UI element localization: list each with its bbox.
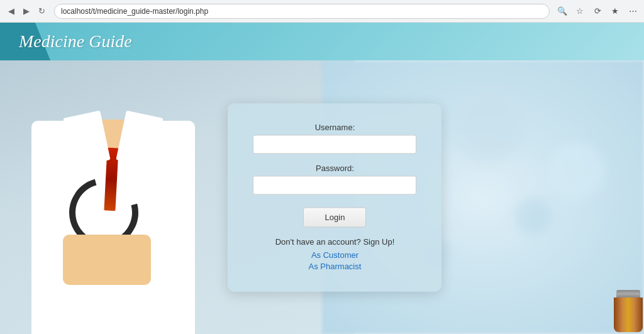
page-content: Medicine Guide: [0, 23, 644, 334]
main-area: Username: Password: Login Don't have an …: [0, 60, 644, 334]
password-group: Password:: [253, 163, 416, 194]
bookmark-icon[interactable]: ★: [609, 5, 621, 18]
header-bar: Medicine Guide: [0, 23, 644, 60]
nav-buttons: ◀ ▶ ↻: [5, 5, 48, 18]
username-input[interactable]: [253, 135, 416, 153]
bokeh-3: [515, 198, 553, 235]
signup-prompt: Don't have an account? Sign Up!: [253, 237, 416, 246]
bokeh-2: [451, 88, 526, 164]
password-input[interactable]: [253, 175, 416, 194]
refresh-button[interactable]: ↻: [35, 5, 48, 18]
username-group: Username:: [253, 122, 416, 153]
bottle-body: [614, 298, 643, 332]
search-icon[interactable]: 🔍: [556, 5, 569, 18]
forward-button[interactable]: ▶: [20, 5, 33, 18]
signup-customer-link[interactable]: As Customer: [253, 250, 416, 259]
signup-pharmacist-link[interactable]: As Pharmacist: [253, 261, 416, 270]
app-logo: Medicine Guide: [19, 31, 132, 52]
browser-actions: 🔍 ☆ ⟳ ★ ⋯: [556, 5, 639, 18]
password-label: Password:: [253, 163, 416, 172]
login-card: Username: Password: Login Don't have an …: [228, 103, 441, 291]
history-icon[interactable]: ⟳: [591, 5, 604, 18]
doctor-hands: [63, 235, 151, 285]
star-icon[interactable]: ☆: [574, 5, 586, 18]
login-button[interactable]: Login: [303, 207, 366, 227]
browser-chrome: ◀ ▶ ↻ localhost/t/medicine_guide-master/…: [0, 0, 644, 23]
logo-text: Medicine Guide: [19, 31, 132, 51]
address-bar[interactable]: localhost/t/medicine_guide-master/login.…: [54, 4, 550, 19]
menu-icon[interactable]: ⋯: [626, 5, 639, 18]
hands-area: [50, 172, 164, 285]
bottle-cap: [616, 290, 640, 298]
username-label: Username:: [253, 122, 416, 131]
url-text: localhost/t/medicine_guide-master/login.…: [61, 7, 208, 16]
bokeh-4: [547, 143, 604, 199]
medicine-bottle: [613, 290, 644, 334]
back-button[interactable]: ◀: [5, 5, 18, 18]
